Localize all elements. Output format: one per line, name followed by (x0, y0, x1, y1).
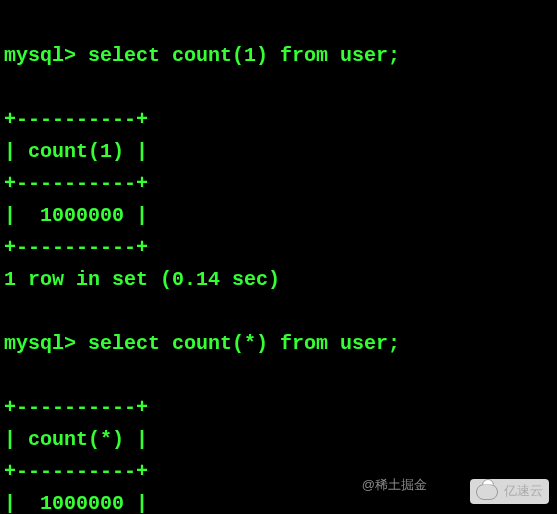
table-border: +----------+ (4, 172, 148, 195)
watermark-text: 亿速云 (504, 481, 543, 502)
table-border: +----------+ (4, 396, 148, 419)
sql-command-2: select count(*) from user; (76, 332, 400, 355)
table-value: | 1000000 | (4, 492, 148, 514)
result-status: 1 row in set (0.14 sec) (4, 268, 280, 291)
table-border: +----------+ (4, 108, 148, 131)
table-header: | count(*) | (4, 428, 148, 451)
mysql-prompt: mysql> (4, 44, 76, 67)
table-border: +----------+ (4, 460, 148, 483)
table-header: | count(1) | (4, 140, 148, 163)
watermark-yisu: 亿速云 (470, 479, 549, 504)
table-value: | 1000000 | (4, 204, 148, 227)
mysql-prompt: mysql> (4, 332, 76, 355)
watermark-juejin: @稀土掘金 (362, 475, 427, 496)
cloud-icon (476, 484, 498, 500)
table-border: +----------+ (4, 236, 148, 259)
terminal-output: mysql> select count(1) from user; +-----… (4, 8, 553, 514)
sql-command-1: select count(1) from user; (76, 44, 400, 67)
